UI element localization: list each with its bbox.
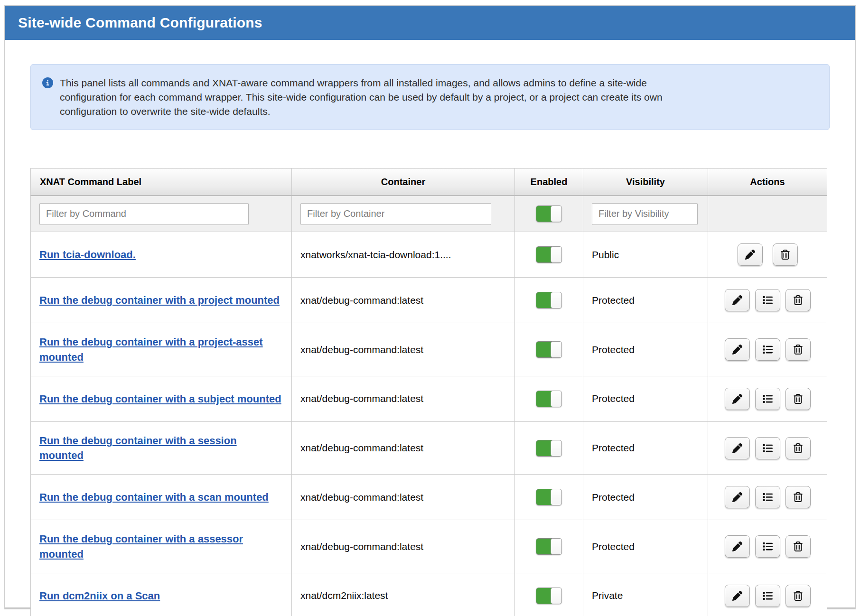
container-image-name: xnat/debug-command:latest <box>292 278 515 323</box>
list-button[interactable] <box>755 338 780 361</box>
row-actions <box>725 437 811 459</box>
delete-button[interactable] <box>785 486 811 508</box>
command-wrapper-link[interactable]: Run the debug container with a session m… <box>39 435 237 461</box>
edit-button[interactable] <box>738 243 763 266</box>
edit-button[interactable] <box>725 486 750 508</box>
list-button[interactable] <box>755 585 780 607</box>
visibility-value: Protected <box>583 520 708 573</box>
row-actions <box>725 535 811 558</box>
list-icon <box>763 394 773 404</box>
list-button[interactable] <box>755 289 780 311</box>
edit-button[interactable] <box>725 289 750 311</box>
edit-button[interactable] <box>725 585 750 607</box>
list-icon <box>763 492 773 502</box>
list-icon <box>763 295 773 305</box>
list-button[interactable] <box>755 535 780 558</box>
edit-button[interactable] <box>725 338 750 361</box>
container-image-name: xnat/debug-command:latest <box>292 376 515 421</box>
edit-button[interactable] <box>725 437 750 459</box>
enabled-toggle[interactable] <box>536 588 562 604</box>
delete-button[interactable] <box>785 437 811 459</box>
row-actions <box>725 338 811 361</box>
delete-button[interactable] <box>785 388 811 410</box>
enabled-toggle[interactable] <box>536 391 562 407</box>
toggle-knob <box>551 538 562 555</box>
container-image-name: xnat/debug-command:latest <box>292 323 515 376</box>
container-image-name: xnatworks/xnat-tcia-download:1.... <box>292 232 515 278</box>
panel-content: This panel lists all commands and XNAT-a… <box>5 40 855 616</box>
column-header-actions: Actions <box>708 168 827 196</box>
toggle-knob <box>551 391 562 407</box>
list-icon <box>763 345 773 355</box>
delete-button[interactable] <box>785 585 811 607</box>
command-wrapper-link[interactable]: Run the debug container with a assessor … <box>39 533 243 560</box>
command-wrapper-link[interactable]: Run dcm2niix on a Scan <box>39 590 160 602</box>
row-actions <box>725 388 811 410</box>
enabled-toggle[interactable] <box>536 538 562 555</box>
toggle-knob <box>551 246 562 263</box>
enabled-toggle[interactable] <box>536 292 562 308</box>
enabled-toggle[interactable] <box>536 440 562 457</box>
toggle-knob <box>551 341 562 358</box>
command-table-row: Run the debug container with a project m… <box>31 278 827 323</box>
column-header-enabled: Enabled <box>515 168 583 196</box>
toggle-knob <box>551 205 562 222</box>
command-table-row: Run the debug container with a session m… <box>31 421 827 474</box>
container-image-name: xnat/debug-command:latest <box>292 475 515 520</box>
command-wrapper-link[interactable]: Run the debug container with a scan moun… <box>39 491 269 503</box>
row-actions <box>725 486 811 508</box>
row-actions <box>738 243 798 266</box>
command-wrapper-link[interactable]: Run the debug container with a subject m… <box>39 393 281 405</box>
trash-icon <box>793 541 803 551</box>
enabled-toggle[interactable] <box>536 246 562 263</box>
column-header-command-label: XNAT Command Label <box>31 168 292 196</box>
command-wrapper-link[interactable]: Run the debug container with a project m… <box>39 294 280 306</box>
toggle-knob <box>551 489 562 505</box>
pencil-icon <box>732 345 742 355</box>
list-icon <box>763 541 773 551</box>
trash-icon <box>793 394 803 404</box>
list-button[interactable] <box>755 388 780 410</box>
delete-button[interactable] <box>785 535 811 558</box>
row-actions <box>725 289 811 311</box>
list-button[interactable] <box>755 486 780 508</box>
pencil-icon <box>732 591 742 601</box>
list-icon <box>763 443 773 453</box>
list-icon <box>763 591 773 601</box>
site-command-configurations-panel: Site-wide Command Configurations This pa… <box>4 5 856 609</box>
delete-button[interactable] <box>785 338 811 361</box>
toggle-knob <box>551 440 562 457</box>
delete-button[interactable] <box>785 289 811 311</box>
command-table-row: Run the debug container with a assessor … <box>31 520 827 573</box>
filter-command-input[interactable] <box>39 203 249 225</box>
master-enabled-toggle[interactable] <box>536 205 562 222</box>
command-wrapper-link[interactable]: Run tcia-download. <box>39 249 136 261</box>
enabled-toggle[interactable] <box>536 489 562 505</box>
pencil-icon <box>732 541 742 551</box>
container-image-name: xnat/debug-command:latest <box>292 421 515 474</box>
container-image-name: xnat/dcm2niix:latest <box>292 573 515 616</box>
pencil-icon <box>732 443 742 453</box>
filter-visibility-input[interactable] <box>592 203 698 225</box>
container-image-name: xnat/debug-command:latest <box>292 520 515 573</box>
command-table-row: Run the debug container with a subject m… <box>31 376 827 421</box>
trash-icon <box>793 295 803 305</box>
toggle-knob <box>551 588 562 604</box>
edit-button[interactable] <box>725 535 750 558</box>
edit-button[interactable] <box>725 388 750 410</box>
command-table-row: Run the debug container with a scan moun… <box>31 475 827 520</box>
visibility-value: Protected <box>583 323 708 376</box>
list-button[interactable] <box>755 437 780 459</box>
column-header-visibility: Visibility <box>583 168 708 196</box>
filter-container-input[interactable] <box>300 203 491 225</box>
panel-titlebar: Site-wide Command Configurations <box>5 6 855 40</box>
column-header-container: Container <box>292 168 515 196</box>
enabled-toggle[interactable] <box>536 341 562 358</box>
command-table-row: Run dcm2niix on a Scan xnat/dcm2niix:lat… <box>31 573 827 616</box>
toggle-knob <box>551 292 562 308</box>
info-note-text: This panel lists all commands and XNAT-a… <box>60 76 705 118</box>
pencil-icon <box>732 394 742 404</box>
pencil-icon <box>732 295 742 305</box>
delete-button[interactable] <box>773 243 798 266</box>
command-wrapper-link[interactable]: Run the debug container with a project-a… <box>39 336 263 363</box>
